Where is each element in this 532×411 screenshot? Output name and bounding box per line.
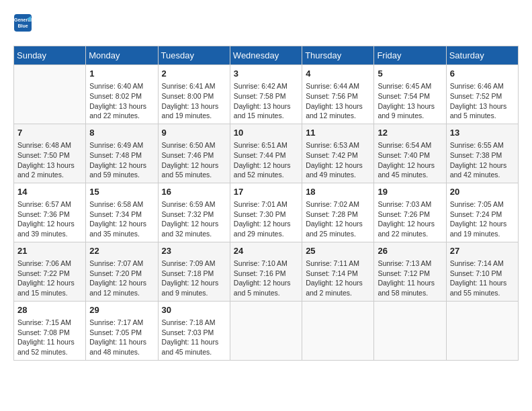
calendar-cell: 11Sunrise: 6:53 AMSunset: 7:42 PMDayligh… — [302, 124, 374, 183]
day-info: Sunrise: 7:02 AM — [306, 199, 370, 210]
calendar-cell: 19Sunrise: 7:03 AMSunset: 7:26 PMDayligh… — [374, 183, 446, 242]
day-info: and 45 minutes. — [162, 347, 226, 357]
day-info: Sunset: 8:00 PM — [162, 91, 226, 101]
day-number: 19 — [378, 186, 442, 198]
day-info: Daylight: 12 hours — [306, 219, 370, 229]
day-info: and 19 minutes. — [162, 111, 226, 121]
day-info: Sunrise: 6:55 AM — [450, 140, 515, 150]
calendar-cell: 13Sunrise: 6:55 AMSunset: 7:38 PMDayligh… — [446, 124, 518, 183]
day-number: 7 — [17, 127, 82, 139]
day-info: Sunset: 7:34 PM — [89, 210, 154, 220]
calendar-cell: 8Sunrise: 6:49 AMSunset: 7:48 PMDaylight… — [86, 124, 158, 183]
day-info: Daylight: 12 hours — [162, 219, 226, 229]
day-info: Sunset: 7:05 PM — [89, 328, 154, 338]
calendar-cell: 29Sunrise: 7:17 AMSunset: 7:05 PMDayligh… — [86, 301, 158, 360]
weekday-header: Saturday — [446, 46, 518, 65]
day-info: Sunset: 7:52 PM — [450, 91, 515, 101]
day-info: Sunrise: 7:18 AM — [162, 318, 226, 328]
day-info: Sunset: 7:12 PM — [378, 269, 442, 279]
day-info: Sunset: 7:03 PM — [162, 328, 226, 338]
day-number: 25 — [306, 245, 370, 257]
day-info: Sunset: 7:24 PM — [450, 210, 515, 220]
day-info: Sunrise: 6:44 AM — [306, 81, 370, 91]
day-info: Sunrise: 6:45 AM — [378, 81, 442, 91]
day-number: 30 — [162, 304, 226, 316]
day-info: Sunset: 7:16 PM — [234, 269, 298, 279]
day-number: 8 — [89, 127, 154, 139]
day-info: and 15 minutes. — [17, 288, 82, 298]
day-info: Sunset: 7:36 PM — [17, 210, 82, 220]
calendar-cell: 5Sunrise: 6:45 AMSunset: 7:54 PMDaylight… — [374, 65, 446, 124]
day-number: 4 — [306, 68, 370, 80]
calendar-cell: 10Sunrise: 6:51 AMSunset: 7:44 PMDayligh… — [230, 124, 302, 183]
day-info: and 55 minutes. — [162, 170, 226, 180]
day-info: Sunrise: 6:49 AM — [89, 140, 154, 150]
day-number: 2 — [162, 68, 226, 80]
day-info: Daylight: 13 hours — [450, 101, 515, 111]
day-info: and 12 minutes. — [306, 111, 370, 121]
weekday-header: Wednesday — [230, 46, 302, 65]
day-info: Daylight: 11 hours — [89, 337, 154, 347]
day-info: Sunset: 7:50 PM — [17, 150, 82, 161]
day-info: Sunrise: 7:03 AM — [378, 199, 442, 210]
day-info: Daylight: 12 hours — [17, 219, 82, 229]
day-info: Sunset: 7:14 PM — [306, 269, 370, 279]
calendar-cell: 4Sunrise: 6:44 AMSunset: 7:56 PMDaylight… — [302, 65, 374, 124]
day-info: and 52 minutes. — [17, 347, 82, 357]
calendar-cell: 22Sunrise: 7:07 AMSunset: 7:20 PMDayligh… — [86, 242, 158, 301]
day-info: Daylight: 12 hours — [378, 219, 442, 229]
day-info: and 39 minutes. — [17, 229, 82, 239]
day-info: Daylight: 12 hours — [89, 161, 154, 171]
day-info: Sunrise: 6:54 AM — [378, 140, 442, 150]
calendar-cell: 6Sunrise: 6:46 AMSunset: 7:52 PMDaylight… — [446, 65, 518, 124]
day-info: Sunrise: 7:05 AM — [450, 199, 515, 210]
day-info: Sunset: 7:18 PM — [162, 269, 226, 279]
day-info: Sunset: 7:56 PM — [306, 91, 370, 101]
calendar-cell: 18Sunrise: 7:02 AMSunset: 7:28 PMDayligh… — [302, 183, 374, 242]
day-info: Daylight: 11 hours — [378, 278, 442, 288]
calendar-cell: 7Sunrise: 6:48 AMSunset: 7:50 PMDaylight… — [14, 124, 86, 183]
day-number: 17 — [234, 186, 298, 198]
day-info: and 48 minutes. — [89, 347, 154, 357]
day-info: Sunrise: 6:53 AM — [306, 140, 370, 150]
weekday-header: Thursday — [302, 46, 374, 65]
day-info: and 19 minutes. — [450, 229, 515, 239]
calendar-cell: 3Sunrise: 6:42 AMSunset: 7:58 PMDaylight… — [230, 65, 302, 124]
day-info: and 52 minutes. — [234, 170, 298, 180]
day-info: Sunset: 7:26 PM — [378, 210, 442, 220]
calendar-cell: 2Sunrise: 6:41 AMSunset: 8:00 PMDaylight… — [158, 65, 230, 124]
day-info: Sunset: 7:10 PM — [450, 269, 515, 279]
day-number: 29 — [89, 304, 154, 316]
day-info: Sunrise: 7:09 AM — [162, 259, 226, 269]
day-info: Sunset: 7:40 PM — [378, 150, 442, 161]
day-number: 9 — [162, 127, 226, 139]
day-info: Daylight: 12 hours — [89, 278, 154, 288]
calendar-cell — [302, 301, 374, 360]
day-info: and 45 minutes. — [378, 170, 442, 180]
day-info: Sunset: 7:44 PM — [234, 150, 298, 161]
calendar-cell — [14, 65, 86, 124]
day-info: Sunrise: 6:46 AM — [450, 81, 515, 91]
day-info: Sunset: 7:28 PM — [306, 210, 370, 220]
day-info: and 58 minutes. — [378, 288, 442, 298]
day-info: Daylight: 12 hours — [450, 219, 515, 229]
day-info: and 22 minutes. — [378, 229, 442, 239]
weekday-header: Monday — [86, 46, 158, 65]
calendar-cell: 25Sunrise: 7:11 AMSunset: 7:14 PMDayligh… — [302, 242, 374, 301]
day-info: Daylight: 12 hours — [234, 161, 298, 171]
day-info: Sunset: 7:22 PM — [17, 269, 82, 279]
day-info: Daylight: 13 hours — [378, 101, 442, 111]
calendar-cell — [374, 301, 446, 360]
day-info: and 22 minutes. — [89, 111, 154, 121]
day-number: 6 — [450, 68, 515, 80]
day-info: Daylight: 12 hours — [378, 161, 442, 171]
day-info: Sunrise: 7:15 AM — [17, 318, 82, 328]
calendar-cell: 16Sunrise: 6:59 AMSunset: 7:32 PMDayligh… — [158, 183, 230, 242]
day-info: Sunrise: 7:13 AM — [378, 259, 442, 269]
calendar-cell: 27Sunrise: 7:14 AMSunset: 7:10 PMDayligh… — [446, 242, 518, 301]
calendar-cell: 24Sunrise: 7:10 AMSunset: 7:16 PMDayligh… — [230, 242, 302, 301]
weekday-header: Sunday — [14, 46, 86, 65]
weekday-header: Friday — [374, 46, 446, 65]
day-info: Daylight: 13 hours — [306, 101, 370, 111]
day-info: Sunrise: 7:17 AM — [89, 318, 154, 328]
